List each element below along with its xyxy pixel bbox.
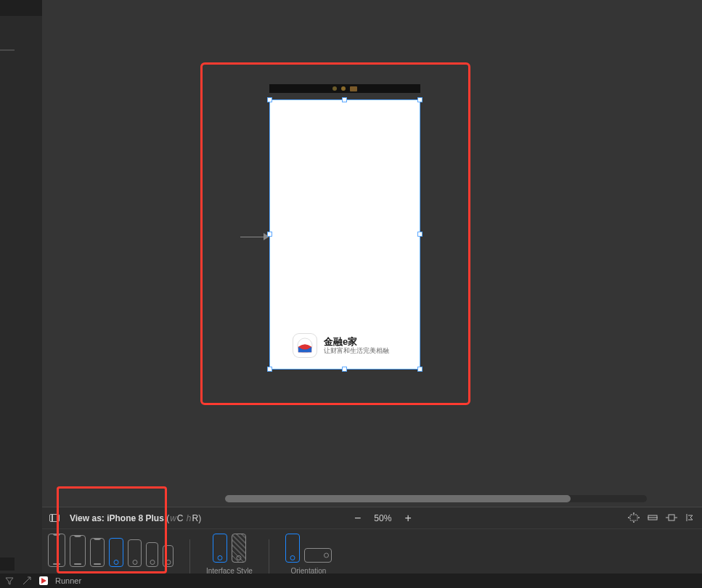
debug-status-bar: Runner bbox=[0, 573, 702, 588]
device-option-iphone-se[interactable] bbox=[163, 545, 174, 567]
interface-style-option-light[interactable] bbox=[213, 534, 227, 563]
runner-process-label[interactable]: Runner bbox=[55, 576, 81, 585]
speaker-icon bbox=[350, 86, 357, 91]
resolve-issues-icon[interactable] bbox=[685, 513, 696, 523]
svg-point-2 bbox=[628, 517, 629, 518]
send-icon[interactable] bbox=[22, 576, 32, 586]
selection-handle[interactable] bbox=[267, 367, 272, 372]
initial-vc-arrow-icon bbox=[240, 233, 269, 240]
group-separator bbox=[189, 539, 190, 576]
selection-handle[interactable] bbox=[417, 232, 423, 237]
svg-rect-8 bbox=[669, 515, 674, 520]
svg-point-3 bbox=[638, 517, 640, 518]
zoom-controls: − 50% + bbox=[354, 513, 412, 524]
zoom-out-button[interactable]: − bbox=[354, 513, 361, 524]
device-bar-body: Device Interface Style Orientation bbox=[42, 529, 702, 579]
align-icon[interactable] bbox=[647, 513, 658, 523]
device-option-iphone-xs-max[interactable] bbox=[48, 534, 65, 567]
view-controller-artboard[interactable]: 金融e家 让财富和生活完美相融 bbox=[269, 99, 420, 369]
group-separator bbox=[269, 539, 269, 576]
interface-builder-canvas[interactable]: 金融e家 让财富和生活完美相融 bbox=[42, 0, 702, 507]
view-as-prefix: View as: bbox=[70, 513, 107, 523]
camera-dot-icon bbox=[332, 86, 337, 91]
sidebar-bottom-block bbox=[0, 558, 15, 571]
size-class-w-dim: w bbox=[170, 513, 176, 523]
size-class-h: R bbox=[192, 513, 199, 523]
orientation-group: Orientation bbox=[285, 534, 332, 575]
orientation-option-portrait[interactable] bbox=[285, 534, 300, 563]
device-bar-header: View as: iPhone 8 Plus (wC hR) − 50% + bbox=[42, 507, 702, 529]
zoom-in-button[interactable]: + bbox=[404, 513, 411, 524]
selection-handle[interactable] bbox=[342, 367, 347, 372]
device-option-iphone-x[interactable] bbox=[90, 538, 105, 567]
selection-handle[interactable] bbox=[267, 232, 272, 237]
selection-handle[interactable] bbox=[267, 97, 272, 102]
navigator-sidebar bbox=[0, 0, 42, 588]
size-class-w: C bbox=[177, 513, 184, 523]
launch-logo-row[interactable]: 金融e家 让财富和生活完美相融 bbox=[293, 334, 389, 357]
pin-icon[interactable] bbox=[666, 513, 677, 523]
sidebar-separator bbox=[0, 49, 15, 51]
orientation-option-landscape[interactable] bbox=[304, 548, 332, 563]
device-option-iphone-8[interactable] bbox=[128, 539, 142, 567]
interface-style-group: Interface Style bbox=[206, 534, 253, 575]
selection-handle[interactable] bbox=[417, 367, 423, 372]
sidebar-top-block bbox=[0, 0, 42, 16]
device-option-iphone-se2[interactable] bbox=[146, 542, 158, 567]
size-class-h-dim: h bbox=[187, 513, 192, 523]
selection-handle[interactable] bbox=[417, 97, 423, 102]
sensor-dot-icon bbox=[341, 86, 346, 91]
app-subtitle-label: 让财富和生活完美相融 bbox=[324, 347, 389, 355]
runner-app-icon[interactable] bbox=[39, 576, 48, 585]
canvas-tool-icons bbox=[628, 513, 696, 523]
panel-toggle-icon[interactable] bbox=[49, 514, 60, 522]
svg-rect-1 bbox=[630, 515, 637, 520]
interface-style-option-dark[interactable] bbox=[232, 534, 246, 563]
selection-handle[interactable] bbox=[342, 97, 347, 102]
device-status-bar bbox=[269, 84, 420, 93]
app-logo-icon bbox=[293, 334, 317, 357]
canvas-horizontal-scrollbar[interactable] bbox=[225, 495, 647, 502]
svg-point-5 bbox=[633, 521, 634, 523]
scrollbar-thumb[interactable] bbox=[225, 495, 571, 502]
embed-in-icon[interactable] bbox=[628, 513, 640, 523]
view-as-device-name: iPhone 8 Plus bbox=[107, 513, 164, 523]
svg-point-4 bbox=[633, 513, 634, 514]
view-as-label[interactable]: View as: iPhone 8 Plus (wC hR) bbox=[70, 513, 201, 523]
app-title-label: 金融e家 bbox=[324, 336, 389, 348]
device-option-iphone-xr[interactable] bbox=[70, 535, 86, 567]
filter-icon[interactable] bbox=[4, 576, 15, 586]
zoom-value-label[interactable]: 50% bbox=[374, 513, 391, 523]
device-option-iphone-8-plus[interactable] bbox=[109, 538, 123, 567]
device-group: Device bbox=[48, 534, 174, 579]
